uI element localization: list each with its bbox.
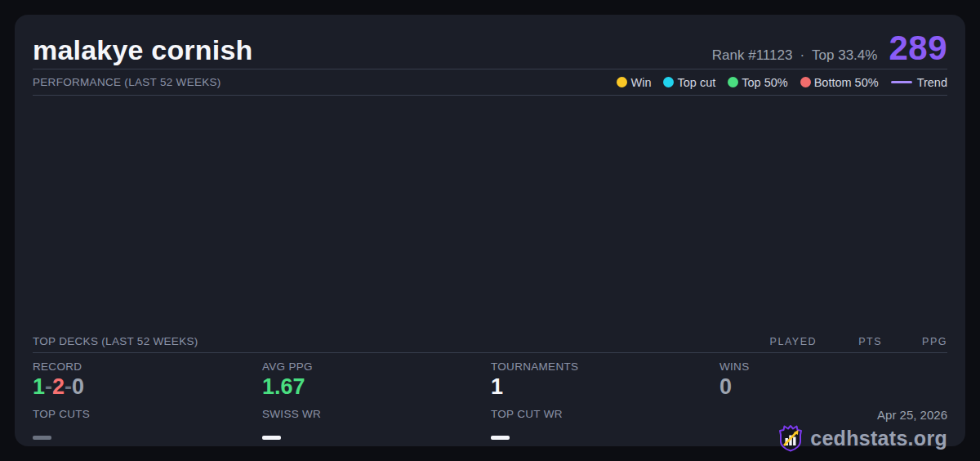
performance-title: PERFORMANCE (LAST 52 WEEKS) (33, 76, 221, 88)
brand-row: cedhstats.org (777, 424, 947, 452)
performance-header: PERFORMANCE (LAST 52 WEEKS) Win Top cut … (33, 69, 947, 96)
legend-label: Bottom 50% (814, 76, 879, 89)
site-name: cedhstats.org (810, 427, 947, 450)
avg-ppg-value: 1.67 (262, 375, 491, 400)
rank-separator: · (800, 47, 804, 64)
stat-label: TOP CUTS (33, 408, 262, 420)
bottom-50-dot-icon (800, 77, 811, 87)
stat-label: SWISS WR (262, 408, 491, 420)
top-decks-header: TOP DECKS (LAST 52 WEEKS) PLAYED PTS PPG (33, 330, 947, 353)
stat-wins: WINS 0 (719, 360, 947, 408)
record-draws: 0 (72, 374, 84, 399)
stat-label: RECORD (33, 360, 262, 373)
record-wins: 1 (33, 374, 45, 399)
stat-label: AVG PPG (262, 360, 491, 373)
top-cuts-value-text: — (33, 440, 33, 441)
stat-label: TOP CUT WR (491, 408, 719, 420)
record-separator: - (65, 374, 72, 399)
rank-text: Rank #11123 · Top 33.4% (712, 47, 878, 64)
trend-line-icon (891, 81, 912, 83)
player-stats-card: malakye cornish Rank #11123 · Top 33.4% … (15, 15, 965, 446)
chart-legend: Win Top cut Top 50% Bottom 50% Trend (617, 76, 947, 89)
top-cut-wr-empty-value (491, 436, 510, 440)
column-played: PLAYED (751, 336, 817, 347)
record-separator: - (45, 374, 52, 399)
top-percent-label: Top 33.4% (812, 47, 877, 64)
stat-avg-ppg: AVG PPG 1.67 (262, 360, 491, 408)
stat-label: WINS (719, 360, 947, 373)
stat-tournaments: TOURNAMENTS 1 (491, 360, 719, 408)
legend-label: Trend (917, 76, 947, 89)
column-ppg: PPG (882, 336, 947, 347)
legend-item-top-cut: Top cut (663, 76, 715, 89)
points-value: 289 (889, 33, 947, 64)
top-cut-dot-icon (663, 77, 674, 87)
column-pts: PTS (817, 336, 882, 347)
stat-record: RECORD 1-2-0 (33, 360, 262, 408)
branding-block: Apr 25, 2026 cedhstats.org (719, 408, 947, 455)
snapshot-date: Apr 25, 2026 (877, 408, 947, 422)
rank-label: Rank #11123 (712, 47, 793, 64)
legend-label: Win (630, 76, 651, 89)
stats-grid: RECORD 1-2-0 AVG PPG 1.67 TOURNAMENTS 1 … (33, 353, 947, 455)
top-decks-columns: PLAYED PTS PPG (751, 336, 947, 347)
stat-label: TOURNAMENTS (491, 360, 719, 373)
performance-chart-area (33, 96, 947, 330)
rank-summary: Rank #11123 · Top 33.4% 289 (712, 33, 947, 65)
top-cuts-empty-value (33, 436, 51, 440)
record-losses: 2 (52, 374, 65, 399)
top-decks-title: TOP DECKS (LAST 52 WEEKS) (33, 335, 198, 347)
stat-top-cut-wr: TOP CUT WR — (491, 408, 719, 455)
tournaments-value: 1 (491, 375, 719, 400)
legend-label: Top 50% (742, 76, 787, 89)
top-50-dot-icon (728, 77, 738, 87)
win-dot-icon (617, 77, 627, 87)
page-title: malakye cornish (33, 35, 252, 65)
legend-item-bottom-50: Bottom 50% (800, 76, 879, 89)
legend-item-top-50: Top 50% (728, 76, 787, 89)
legend-label: Top cut (677, 76, 715, 89)
card-header: malakye cornish Rank #11123 · Top 33.4% … (33, 15, 947, 69)
cedhstats-shield-logo-icon (777, 424, 804, 452)
swiss-wr-value-text: — (262, 440, 263, 441)
legend-item-win: Win (617, 76, 651, 89)
swiss-wr-empty-value (262, 436, 281, 440)
wins-value: 0 (719, 375, 947, 400)
legend-item-trend: Trend (891, 76, 947, 89)
stat-swiss-wr: SWISS WR — (262, 408, 491, 455)
record-value: 1-2-0 (33, 375, 262, 400)
top-cut-wr-value-text: — (491, 440, 492, 441)
stat-top-cuts: TOP CUTS — (33, 408, 262, 455)
